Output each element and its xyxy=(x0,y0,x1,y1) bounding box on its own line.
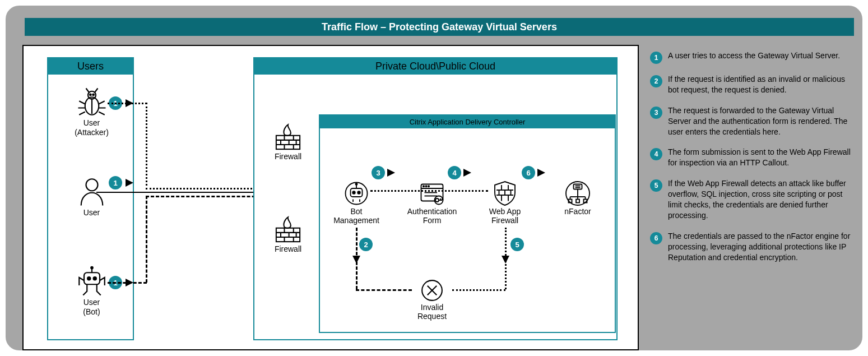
legend-badge-1: 1 xyxy=(650,52,662,64)
arrow-user-icon xyxy=(126,179,133,187)
legend-item-1: 1 A user tries to access the Gateway Vir… xyxy=(650,50,857,64)
user-attacker-label-2: (Attacker) xyxy=(48,128,135,137)
badge-5: 5 xyxy=(510,238,524,251)
firewall-icon xyxy=(266,123,310,152)
svg-point-33 xyxy=(352,191,355,194)
firewall-1-node: Firewall xyxy=(266,123,310,161)
legend-text-6: The credentials are passed to the nFacto… xyxy=(668,231,857,263)
nfactor-icon xyxy=(550,180,606,207)
line-attacker-top xyxy=(370,190,488,192)
legend-text-2: If the request is identified as an inval… xyxy=(668,74,857,95)
firewall-2-label: Firewall xyxy=(266,244,310,253)
bot-management-node: Bot Management xyxy=(326,180,387,225)
svg-point-42 xyxy=(425,186,426,187)
svg-point-2 xyxy=(90,94,91,96)
svg-point-10 xyxy=(91,267,93,269)
legend: 1 A user tries to access the Gateway Vir… xyxy=(650,50,857,272)
auth-form-label-1: Authentication xyxy=(398,207,466,216)
svg-rect-61 xyxy=(574,184,582,189)
shield-firewall-icon xyxy=(477,180,533,207)
bot-mgmt-label-2: Management xyxy=(326,216,387,225)
auth-form-label-2: Form xyxy=(398,216,466,225)
bot-management-icon xyxy=(326,180,387,207)
arrow-6-icon xyxy=(537,169,545,177)
nfactor-label: nFactor xyxy=(550,207,606,216)
firewall-2-node: Firewall xyxy=(266,215,310,253)
auth-form-node: Authentication Form xyxy=(398,180,466,225)
badge-3: 3 xyxy=(372,166,385,179)
legend-badge-3: 3 xyxy=(650,107,662,119)
legend-text-4: The form submission is sent to the Web A… xyxy=(668,147,857,168)
line-waf-to-inv-v xyxy=(505,228,507,289)
user-bot-node: User (Bot) xyxy=(48,266,135,317)
form-icon xyxy=(398,180,466,207)
legend-item-5: 5 If the Web App Firewall detects an att… xyxy=(650,178,857,221)
line-bot-h1 xyxy=(108,282,147,284)
line-bot-to-inv-h xyxy=(356,289,412,291)
legend-badge-4: 4 xyxy=(650,148,662,160)
line-attacker-h1 xyxy=(108,103,147,104)
legend-badge-2: 2 xyxy=(650,75,662,87)
badge-user-1: 1 xyxy=(109,176,122,189)
legend-item-6: 6 The credentials are passed to the nFac… xyxy=(650,231,857,263)
arrow-3-icon xyxy=(387,169,395,177)
svg-point-34 xyxy=(358,191,360,194)
adc-panel: Citrix Application Delivery Controller B… xyxy=(319,114,616,333)
svg-point-7 xyxy=(87,277,90,280)
invalid-label-1: Invalid xyxy=(398,303,466,312)
title-bar: Traffic Flow – Protecting Gateway Virtua… xyxy=(25,18,854,36)
svg-point-5 xyxy=(86,179,98,191)
user-attacker-node: User (Attacker) xyxy=(48,86,135,137)
waf-node: Web App Firewall xyxy=(477,180,533,225)
user-bot-label-1: User xyxy=(48,298,135,307)
legend-badge-5: 5 xyxy=(650,179,662,192)
invalid-request-node: Invalid Request xyxy=(398,278,466,321)
users-panel-header: Users xyxy=(48,58,133,75)
legend-text-1: A user tries to access the Gateway Virtu… xyxy=(668,50,840,61)
badge-6: 6 xyxy=(522,166,535,179)
svg-point-43 xyxy=(428,186,429,187)
invalid-label-2: Request xyxy=(398,312,466,321)
legend-badge-6: 6 xyxy=(650,232,662,244)
firewall-1-label: Firewall xyxy=(266,152,310,161)
svg-rect-71 xyxy=(584,200,587,203)
legend-item-2: 2 If the request is identified as an inv… xyxy=(650,74,857,95)
waf-label-2: Firewall xyxy=(477,216,533,225)
diagram-box: Users User (Attacker) xyxy=(22,45,639,350)
firewall-icon xyxy=(266,215,310,244)
badge-2: 2 xyxy=(359,238,373,251)
svg-point-3 xyxy=(92,94,94,96)
line-attacker-v xyxy=(146,103,147,189)
user-normal-label: User xyxy=(48,209,135,217)
arrow-4-icon xyxy=(463,169,471,177)
svg-rect-70 xyxy=(576,200,579,203)
svg-point-38 xyxy=(356,183,358,185)
legend-text-3: The request is forwarded to the Gateway … xyxy=(668,105,857,137)
waf-label-1: Web App xyxy=(477,207,533,216)
legend-item-4: 4 The form submission is sent to the Web… xyxy=(650,147,857,168)
line-waf-to-inv-h xyxy=(452,289,505,291)
line-bot-to-inv-v xyxy=(356,228,358,289)
line-bot-v xyxy=(146,196,147,283)
badge-4: 4 xyxy=(448,166,461,179)
nfactor-node: nFactor xyxy=(550,180,606,216)
svg-point-41 xyxy=(423,186,424,187)
svg-point-8 xyxy=(93,277,96,280)
bot-mgmt-label-1: Bot xyxy=(326,207,387,216)
legend-text-5: If the Web App Firewall detects an attac… xyxy=(668,178,857,221)
svg-point-1 xyxy=(88,91,96,99)
svg-rect-69 xyxy=(569,200,572,203)
user-bot-label-2: (Bot) xyxy=(48,308,135,316)
cloud-panel: Private Cloud\Public Cloud Firewall xyxy=(253,57,618,340)
legend-item-3: 3 The request is forwarded to the Gatewa… xyxy=(650,105,857,137)
user-attacker-label-1: User xyxy=(48,119,135,127)
outer-frame: Traffic Flow – Protecting Gateway Virtua… xyxy=(6,6,862,350)
adc-panel-header: Citrix Application Delivery Controller xyxy=(320,115,615,128)
svg-rect-6 xyxy=(84,272,100,284)
cloud-panel-header: Private Cloud\Public Cloud xyxy=(254,58,616,75)
